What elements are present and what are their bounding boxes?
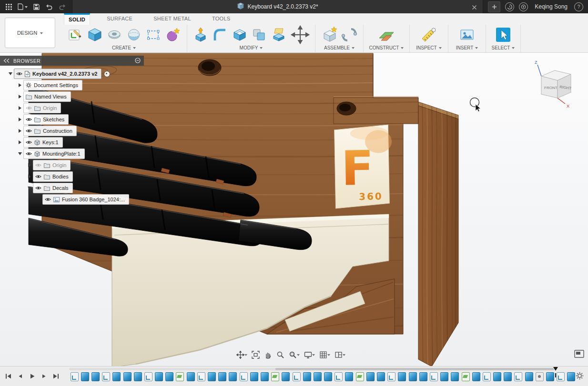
joint-icon[interactable]: [340, 25, 358, 44]
timeline-extrude-feature-icon[interactable]: [409, 372, 417, 381]
notifications-icon[interactable]: [519, 2, 528, 11]
create-menu[interactable]: CREATE: [61, 44, 187, 52]
timeline-sketch-feature-icon[interactable]: [335, 372, 343, 381]
move-copy-icon[interactable]: [289, 25, 311, 44]
display-settings-icon[interactable]: [302, 349, 317, 360]
close-tab-icon[interactable]: [472, 3, 477, 12]
timeline-extrude-feature-icon[interactable]: [366, 372, 375, 381]
timeline-settings-gear-icon[interactable]: [576, 372, 584, 382]
timeline-scrollbar[interactable]: [275, 368, 554, 370]
timeline-extrude-feature-icon[interactable]: [187, 372, 195, 381]
timeline-construct-feature-icon[interactable]: [356, 372, 364, 381]
visibility-eye-icon[interactable]: [26, 129, 32, 133]
browser-item-chip[interactable]: Sketches: [23, 114, 69, 125]
browser-row[interactable]: Sketches: [0, 114, 144, 125]
timeline-extrude-feature-icon[interactable]: [324, 372, 332, 381]
timeline-construct-feature-icon[interactable]: [176, 372, 184, 381]
browser-header[interactable]: BROWSER: [0, 56, 144, 66]
timeline-construct-feature-icon[interactable]: [271, 372, 279, 381]
browser-item-chip[interactable]: Document Settings: [23, 80, 82, 90]
visibility-eye-icon[interactable]: [26, 151, 32, 156]
browser-row[interactable]: Decals: [0, 182, 144, 194]
insert-canvas-icon[interactable]: [458, 25, 476, 44]
timeline-construct-feature-icon[interactable]: [462, 372, 470, 381]
tab-tools[interactable]: TOOLS: [208, 13, 235, 25]
viewcube[interactable]: FRONT RIGHT Z X: [528, 59, 583, 109]
browser-row[interactable]: Bodies: [0, 171, 144, 182]
timeline-position-marker[interactable]: [553, 367, 559, 377]
timeline-extrude-feature-icon[interactable]: [314, 372, 322, 381]
timeline-extrude-feature-icon[interactable]: [250, 372, 258, 381]
insert-menu[interactable]: INSERT: [448, 44, 486, 52]
browser-item-chip[interactable]: Decals: [33, 183, 73, 193]
maximize-viewport-icon[interactable]: [574, 350, 584, 360]
modify-menu[interactable]: MODIFY: [187, 44, 315, 52]
timeline-sketch-feature-icon[interactable]: [514, 372, 522, 381]
visibility-eye-icon[interactable]: [26, 106, 32, 110]
visibility-eye-icon[interactable]: [45, 197, 51, 202]
timeline-sketch-feature-icon[interactable]: [430, 372, 438, 381]
visibility-eye-icon[interactable]: [26, 117, 32, 122]
app-grid-icon[interactable]: [6, 4, 12, 10]
browser-item-chip[interactable]: Bodies: [33, 171, 73, 182]
timeline-extrude-feature-icon[interactable]: [282, 372, 290, 381]
expand-arrow-icon[interactable]: [16, 83, 23, 87]
expand-arrow-icon[interactable]: [16, 95, 23, 99]
split-body-icon[interactable]: [270, 25, 288, 44]
expand-arrow-icon[interactable]: [16, 140, 23, 144]
redo-icon[interactable]: [59, 4, 66, 10]
save-icon[interactable]: [33, 4, 40, 10]
browser-item-chip[interactable]: Named Views: [23, 91, 71, 102]
undo-icon[interactable]: [45, 4, 53, 10]
free-orbit-icon[interactable]: [262, 349, 274, 360]
browser-row[interactable]: Fusion 360 Badge_1024:...: [0, 194, 144, 205]
measure-icon[interactable]: [420, 25, 438, 44]
collapse-arrow-icon[interactable]: [16, 150, 23, 157]
select-tool-icon[interactable]: [494, 25, 512, 44]
browser-item-chip[interactable]: Construction: [23, 126, 77, 136]
tab-surface[interactable]: SURFACE: [102, 13, 137, 25]
timeline-sketch-feature-icon[interactable]: [102, 372, 110, 381]
timeline-extrude-feature-icon[interactable]: [525, 372, 533, 381]
assemble-menu[interactable]: ASSEMBLE: [315, 44, 363, 52]
shell-icon[interactable]: [231, 25, 249, 44]
timeline-extrude-feature-icon[interactable]: [261, 372, 269, 381]
zoom-icon[interactable]: [274, 349, 286, 360]
fit-icon[interactable]: [250, 349, 262, 360]
timeline-extrude-feature-icon[interactable]: [440, 372, 448, 381]
new-tab-icon[interactable]: [488, 1, 500, 12]
timeline-extrude-feature-icon[interactable]: [123, 372, 132, 381]
combine-icon[interactable]: [250, 25, 268, 44]
timeline-extrude-feature-icon[interactable]: [134, 372, 142, 381]
wood-side-panel[interactable]: [418, 100, 458, 366]
hide-panel-icon[interactable]: [135, 58, 141, 64]
browser-row[interactable]: Document Settings: [0, 79, 144, 91]
browser-item-chip[interactable]: Keys:1: [23, 137, 63, 148]
job-status-icon[interactable]: [505, 2, 514, 11]
timeline-extrude-feature-icon[interactable]: [567, 372, 575, 381]
fillet-icon[interactable]: [211, 25, 229, 44]
browser-row[interactable]: Construction: [0, 125, 144, 137]
timeline-sketch-feature-icon[interactable]: [387, 372, 395, 381]
press-pull-icon[interactable]: [192, 25, 210, 44]
timeline-extrude-feature-icon[interactable]: [472, 372, 480, 381]
revolve-tool-icon[interactable]: [105, 25, 123, 44]
grid-and-snaps-icon[interactable]: [317, 349, 332, 360]
browser-row[interactable]: MountingPlate:1: [0, 148, 144, 159]
browser-row[interactable]: Origin: [0, 102, 144, 114]
browser-row[interactable]: Keyboard v42_2.0.2373 v2: [0, 68, 144, 79]
visibility-eye-icon[interactable]: [35, 186, 41, 190]
timeline-extrude-feature-icon[interactable]: [303, 372, 311, 381]
create-sketch-icon[interactable]: [66, 25, 84, 44]
zoom-window-icon[interactable]: [287, 349, 302, 360]
expand-arrow-icon[interactable]: [16, 118, 23, 121]
timeline-sketch-feature-icon[interactable]: [483, 372, 491, 381]
visibility-eye-icon[interactable]: [16, 71, 22, 76]
timeline-extrude-feature-icon[interactable]: [165, 372, 173, 381]
play-icon[interactable]: [28, 372, 36, 380]
new-component-icon[interactable]: [321, 25, 339, 44]
timeline-extrude-feature-icon[interactable]: [91, 372, 100, 381]
timeline-extrude-feature-icon[interactable]: [81, 372, 89, 381]
timeline-sketch-feature-icon[interactable]: [71, 372, 79, 381]
timeline-extrude-feature-icon[interactable]: [398, 372, 406, 381]
